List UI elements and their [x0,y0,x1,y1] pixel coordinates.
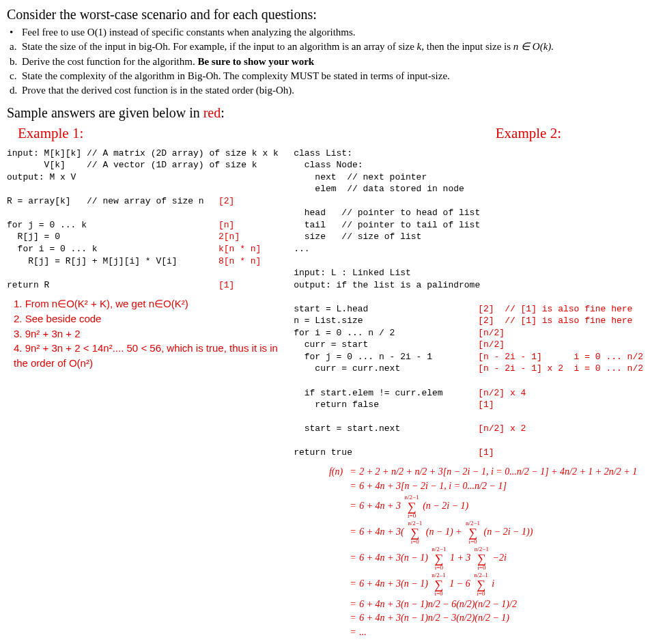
sample-line: Sample answers are given below in red: [7,104,643,122]
code-text: return false [294,399,478,411]
code-text [294,375,478,387]
code-line [294,255,643,268]
code-text: for i = 0 ... k [7,243,218,255]
intro-bullet: • Feel free to use O(1) instead of speci… [10,25,643,39]
code-line [294,411,643,423]
ex1-answer-1: 1. From n∈O(K² + K), we get n∈O(K²) [14,296,280,311]
code-text: curr = start [294,339,478,351]
code-line [7,207,280,219]
ex1-answer-3: 3. 9n² + 3n + 2 [14,326,280,341]
code-text [294,435,478,447]
code-text: for j = 0 ... n - 2i - 1 [294,351,478,363]
code-text: return R [7,279,218,292]
code-text: R[j] = R[j] + M[j][i] * V[i] [7,255,218,268]
code-annotation: 8[n * n] [218,255,261,268]
code-annotation: [1] [218,279,234,292]
code-text [294,411,478,423]
code-line: curr = start[n/2] [294,339,643,351]
item-d-marker: d. [10,83,22,97]
code-line: start = start.next[n/2] x 2 [294,423,643,435]
code-annotation: [1] [478,399,494,411]
code-text: output: if the list is a palindrome [294,279,478,292]
code-line: tail // pointer to tail of list [294,219,643,232]
page-heading: Consider the worst-case scenario and for… [7,5,643,24]
item-c-text: State the complexity of the algorithm in… [22,69,643,83]
code-text: output: M x V [7,171,218,184]
code-text [7,183,218,195]
item-a: a. State the size of the input in big-Oh… [10,40,643,53]
code-text: R = array[k] // new array of size n [7,195,218,208]
code-annotation: [n] [218,219,234,232]
code-line: input: M[k][k] // A matrix (2D array) of… [7,148,280,160]
code-text: n = List.size [294,315,478,327]
code-line [294,195,643,208]
code-text: ... [294,243,478,255]
example-1-answers: 1. From n∈O(K² + K), we get n∈O(K²) 2. S… [14,296,280,371]
code-line: V[k] // A vector (1D array) of size k [7,159,280,171]
item-c: c. State the complexity of the algorithm… [10,69,643,83]
code-annotation: [n/2] x 4 [478,387,526,400]
code-line: for j = 0 ... k[n] [7,219,280,232]
item-a-text: State the size of the input in big-Oh. F… [22,40,643,53]
code-line [7,183,280,195]
code-annotation: [1] [478,447,494,459]
item-b-text: Derive the cost function for the algorit… [22,55,643,68]
code-text [294,195,478,208]
code-line: if start.elem != curr.elem[n/2] x 4 [294,387,643,400]
intro-bullet-text: Feel free to use O(1) instead of specifi… [22,25,643,39]
code-line: for i = 0 ... kk[n * n] [7,243,280,255]
code-annotation: [n/2] x 2 [478,423,526,435]
code-line: ... [294,243,643,255]
code-text: input: L : Linked List [294,267,478,279]
code-line: R[j] = 02[n] [7,231,280,243]
code-line: class Node: [294,159,643,171]
code-line [294,435,643,447]
code-text: tail // pointer to tail of list [294,219,478,232]
code-text: head // pointer to head of list [294,207,478,219]
ex1-answer-2: 2. See beside code [14,311,280,326]
example-2-derivation: f(n) = 2 + 2 + n/2 + n/2 + 3[n − 2i − 1,… [307,466,643,639]
code-annotation: 2[n] [218,231,240,243]
code-text [294,291,478,303]
code-text [294,255,478,268]
code-annotation: [n/2] [478,339,505,351]
code-line: input: L : Linked List [294,267,643,279]
example-2-column: class List: class Node: next // next poi… [294,148,643,641]
examples-row: Example 1: Example 2: [7,124,643,143]
item-d-text: Prove that the derived cost function is … [22,83,643,97]
example-1-label: Example 1: [18,124,83,143]
code-text: elem // data stored in node [294,183,478,195]
code-text: if start.elem != curr.elem [294,387,478,400]
code-line: for j = 0 ... n - 2i - 1[n - 2i - 1] i =… [294,351,643,363]
item-d: d. Prove that the derived cost function … [10,83,643,97]
item-b: b. Derive the cost function for the algo… [10,55,643,68]
code-text: start = start.next [294,423,478,435]
code-text [7,267,218,279]
code-line: head // pointer to head of list [294,207,643,219]
code-text: size // size of list [294,231,478,243]
code-line: R[j] = R[j] + M[j][i] * V[i]8[n * n] [7,255,280,268]
code-text: for j = 0 ... k [7,219,218,232]
code-line: start = L.head[2] // [1] is also fine he… [294,303,643,316]
code-annotation: k[n * n] [218,243,261,255]
code-line: output: M x V [7,171,280,184]
code-text: R[j] = 0 [7,231,218,243]
code-text: next // next pointer [294,171,478,184]
code-line: class List: [294,148,643,160]
code-text: input: M[k][k] // A matrix (2D array) of… [7,148,218,160]
item-c-marker: c. [10,69,22,83]
code-annotation: [2] [218,195,234,208]
item-a-marker: a. [10,40,22,53]
code-line: return true[1] [294,447,643,459]
code-line: next // next pointer [294,171,643,184]
code-line [7,267,280,279]
code-annotation: [2] // [1] is also fine here [478,315,632,327]
code-line: curr = curr.next[n - 2i - 1] x 2 i = 0 .… [294,363,643,375]
code-line: n = List.size[2] // [1] is also fine her… [294,315,643,327]
code-line [294,375,643,387]
code-text: return true [294,447,478,459]
code-line: return R[1] [7,279,280,292]
example-1-code: input: M[k][k] // A matrix (2D array) of… [7,148,280,292]
code-line: return false[1] [294,399,643,411]
code-line: elem // data stored in node [294,183,643,195]
